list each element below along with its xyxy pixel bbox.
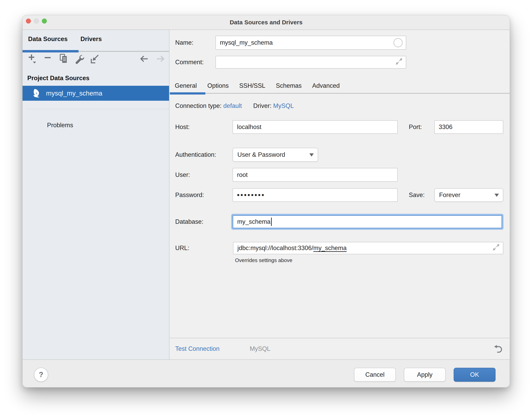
authentication-select[interactable]: User & Password xyxy=(233,148,318,162)
tabs-divider xyxy=(170,93,510,94)
sidebar-divider xyxy=(26,109,169,109)
undo-icon[interactable] xyxy=(493,344,502,353)
database-input-focused[interactable]: my_schema xyxy=(233,215,502,228)
tab-options[interactable]: Options xyxy=(207,82,229,89)
comment-label: Comment: xyxy=(175,56,204,69)
window-title: Data Sources and Drivers xyxy=(23,15,510,30)
test-connection-link[interactable]: Test Connection xyxy=(175,338,219,359)
url-label: URL: xyxy=(175,242,189,254)
comment-input[interactable] xyxy=(215,56,406,69)
sidebar-toolbar xyxy=(23,54,169,64)
remove-icon[interactable] xyxy=(44,54,53,64)
name-label: Name: xyxy=(175,36,193,50)
import-icon[interactable] xyxy=(90,54,100,64)
help-button[interactable]: ? xyxy=(34,368,48,382)
tab-schemas[interactable]: Schemas xyxy=(276,82,302,89)
authentication-label: Authentication: xyxy=(175,148,216,162)
data-source-name: mysql_my_schema xyxy=(46,86,102,101)
test-connection-bar: Test Connection MySQL xyxy=(170,338,510,359)
chevron-down-icon xyxy=(495,194,499,197)
chevron-down-icon xyxy=(309,153,314,157)
mysql-dolphin-icon xyxy=(32,89,41,99)
user-label: User: xyxy=(175,168,190,182)
driver-label: Driver: xyxy=(253,102,272,109)
save-select[interactable]: Forever xyxy=(434,188,503,202)
sidebar-tabs: Data Sources Drivers xyxy=(28,35,102,43)
tab-drivers[interactable]: Drivers xyxy=(80,35,102,43)
port-input[interactable]: 3306 xyxy=(434,120,503,134)
name-refresh-circle-icon[interactable] xyxy=(394,38,403,47)
back-arrow-icon[interactable] xyxy=(139,54,149,64)
data-source-list-item-selected[interactable]: mysql_my_schema xyxy=(23,86,169,101)
text-cursor xyxy=(271,218,272,226)
project-data-sources-header: Project Data Sources xyxy=(27,75,90,82)
connection-type-link[interactable]: default xyxy=(223,102,242,109)
connection-type-label: Connection type: xyxy=(175,102,222,109)
ok-button[interactable]: OK xyxy=(454,368,496,382)
host-input[interactable]: localhost xyxy=(233,120,398,134)
main-panel: Name: mysql_my_schema Comment: General O… xyxy=(170,30,510,359)
url-note: Overrides settings above xyxy=(235,257,292,263)
data-sources-dialog: Data Sources and Drivers Data Sources Dr… xyxy=(22,15,510,387)
tab-advanced[interactable]: Advanced xyxy=(312,82,340,89)
expand-icon[interactable] xyxy=(492,243,500,253)
tab-ssh-ssl[interactable]: SSH/SSL xyxy=(239,82,265,89)
titlebar: Data Sources and Drivers xyxy=(23,15,510,30)
tab-general[interactable]: General xyxy=(175,82,197,89)
duplicate-icon[interactable] xyxy=(59,54,69,64)
dialog-footer: ? Cancel Apply OK xyxy=(23,359,510,387)
apply-button[interactable]: Apply xyxy=(404,368,446,382)
save-label: Save: xyxy=(409,188,425,202)
port-label: Port: xyxy=(409,120,422,134)
cancel-button[interactable]: Cancel xyxy=(354,368,396,382)
sidebar-active-tab-indicator xyxy=(23,50,79,52)
settings-tabs: General Options SSH/SSL Schemas Advanced xyxy=(175,82,340,89)
user-input[interactable]: root xyxy=(233,168,398,182)
tab-data-sources[interactable]: Data Sources xyxy=(28,35,68,43)
active-tab-indicator xyxy=(170,92,205,94)
dialog-body: Data Sources Drivers xyxy=(23,30,510,359)
driver-link[interactable]: MySQL xyxy=(273,102,294,109)
host-label: Host: xyxy=(175,120,190,134)
password-input[interactable]: •••••••• xyxy=(233,188,398,202)
forward-arrow-icon[interactable] xyxy=(156,54,165,64)
properties-wrench-icon[interactable] xyxy=(75,54,84,64)
sidebar-item-problems[interactable]: Problems xyxy=(47,122,73,129)
password-label: Password: xyxy=(175,188,204,202)
url-input[interactable]: jdbc:mysql://localhost:3306/my_schema xyxy=(233,242,503,254)
url-schema-link[interactable]: my_schema xyxy=(313,244,347,252)
add-icon[interactable] xyxy=(28,54,38,64)
name-input[interactable]: mysql_my_schema xyxy=(215,36,406,50)
sidebar: Data Sources Drivers xyxy=(23,30,170,359)
test-driver-name: MySQL xyxy=(250,338,270,359)
connection-type-row: Connection type: default Driver: MySQL xyxy=(175,102,294,109)
database-label: Database: xyxy=(175,215,203,228)
expand-icon[interactable] xyxy=(395,58,403,67)
